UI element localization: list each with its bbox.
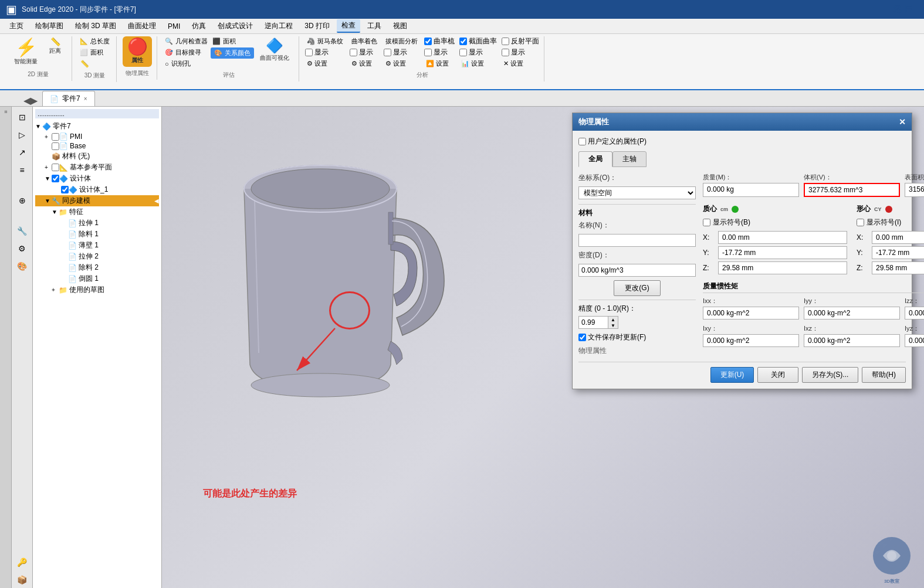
toolbar-btn-select[interactable]: ⊡: [14, 109, 31, 125]
ribbon-btn-zebra[interactable]: 🦓 斑马条纹: [305, 36, 345, 46]
user-def-checkbox[interactable]: [578, 138, 586, 145]
dialog-tab-axis[interactable]: 主轴: [612, 151, 647, 167]
da-show-checkbox[interactable]: [384, 49, 391, 56]
cr2-show-checkbox[interactable]: [424, 49, 432, 56]
menu-3d-sketch[interactable]: 绘制 3D 草图: [70, 20, 121, 32]
toolbar-btn-key[interactable]: 🔑: [14, 554, 31, 570]
spinner-down-btn[interactable]: ▼: [608, 322, 618, 328]
coord-system-select[interactable]: 模型空间: [578, 186, 696, 199]
cc-show-checkbox[interactable]: [350, 49, 357, 56]
close-btn[interactable]: 关闭: [757, 367, 798, 383]
toolbar-btn-palette[interactable]: 🎨: [14, 258, 31, 274]
help-btn[interactable]: 帮助(H): [862, 367, 906, 383]
menu-tools[interactable]: 工具: [363, 20, 386, 32]
ribbon-check-sc2-show[interactable]: 显示: [459, 47, 497, 57]
tree-ref-check[interactable]: [52, 164, 59, 171]
ribbon-btn-total-length[interactable]: 📐 总长度: [78, 36, 111, 46]
tab-part7[interactable]: 📄 零件7 ×: [42, 91, 95, 106]
ribbon-check-cr-show[interactable]: 曲率梳: [424, 36, 455, 46]
tree-item-cutout1[interactable]: 📄 除料 1: [35, 229, 159, 240]
sc2-show-checkbox[interactable]: [459, 49, 467, 56]
ribbon-check-da-show[interactable]: 显示: [384, 47, 419, 57]
tree-item-cutout2[interactable]: 📄 除料 2: [35, 262, 159, 273]
centroid-show-check[interactable]: [703, 219, 710, 226]
tree-item-extrude2[interactable]: 📄 拉伸 2: [35, 251, 159, 262]
tree-item-fillet[interactable]: 📄 倒圆 1: [35, 273, 159, 284]
ribbon-btn-area[interactable]: ⬜ 面积: [78, 47, 111, 57]
ribbon-check-zebra-show[interactable]: 显示: [305, 47, 345, 57]
dialog-close-icon[interactable]: ✕: [899, 117, 906, 127]
izz-input[interactable]: [905, 307, 924, 320]
iyz-input[interactable]: [905, 334, 924, 347]
ribbon-check-rp2-show[interactable]: 显示: [502, 47, 539, 57]
menu-generative[interactable]: 创成式设计: [213, 20, 258, 32]
physics-dialog[interactable]: 物理属性 ✕ 用户定义的属性(P) 全局 主轴: [572, 113, 912, 389]
menu-3dprint[interactable]: 3D 打印: [300, 20, 334, 32]
save-as-btn[interactable]: 另存为(S)...: [802, 367, 858, 383]
form-x-input[interactable]: [872, 231, 924, 244]
tree-item-features[interactable]: ▼ 📁 特征: [35, 206, 159, 217]
ribbon-btn-measure[interactable]: 📏: [78, 59, 111, 69]
ribbon-btn-cr-settings[interactable]: 🔼 设置: [424, 59, 455, 69]
form-show-check[interactable]: [857, 219, 864, 226]
side-tab-1[interactable]: ≡: [2, 109, 10, 114]
mat-density-input[interactable]: [578, 264, 696, 277]
ixy-input[interactable]: [703, 334, 799, 347]
toolbar-btn-menu[interactable]: ≡: [14, 162, 31, 178]
toolbar-btn-play[interactable]: ▷: [14, 127, 31, 143]
ribbon-btn-target-search[interactable]: 🎯 目标搜寻: [163, 47, 209, 57]
ribbon-btn-properties[interactable]: 🔴 属性: [123, 36, 152, 67]
ribbon-check-cc-show[interactable]: 显示: [350, 47, 379, 57]
tree-item-thinwall[interactable]: 📄 薄壁 1: [35, 240, 159, 251]
ribbon-btn-zebra-settings[interactable]: ⚙ 设置: [305, 59, 345, 69]
spinner-up-btn[interactable]: ▲: [608, 317, 618, 322]
toolbar-btn-gear[interactable]: ⚙: [14, 240, 31, 257]
rp-show-checkbox[interactable]: [502, 38, 509, 45]
ribbon-check-rp-show[interactable]: 反射平面: [502, 36, 539, 46]
tree-item-base[interactable]: 📄 Base: [35, 141, 159, 151]
form-show-row[interactable]: 显示符号(I): [857, 217, 924, 227]
menu-sketch[interactable]: 绘制草图: [31, 20, 68, 32]
tree-item-sync[interactable]: ▼ 🔧 同步建模 ◀: [35, 195, 159, 206]
tree-root[interactable]: ▼ 🔷 零件7: [35, 121, 159, 132]
ribbon-btn-surface-area[interactable]: ⬛ 面积: [211, 36, 254, 46]
ribbon-btn-smart-measure[interactable]: ⚡ 智能测量: [9, 36, 42, 68]
tree-db1-check[interactable]: [61, 186, 69, 193]
zebra-show-checkbox[interactable]: [305, 49, 313, 56]
modify-btn[interactable]: 更改(G): [614, 280, 661, 296]
viewport[interactable]: 可能是此处产生的差异 3D教室 物理属性 ✕ 用户定义的属性(P): [162, 107, 924, 588]
tree-item-design-body[interactable]: ▼ 🔷 设计体: [35, 173, 159, 184]
ribbon-btn-cc-settings[interactable]: ⚙ 设置: [350, 59, 379, 69]
tab-nav-right[interactable]: ▶: [31, 95, 38, 106]
toolbar-btn-wrench[interactable]: 🔧: [14, 223, 31, 239]
menu-pmi[interactable]: PMI: [163, 21, 185, 32]
centroid-y-input[interactable]: [718, 246, 847, 259]
file-save-checkbox[interactable]: [578, 334, 586, 341]
menu-simulation[interactable]: 仿真: [187, 20, 211, 32]
ixz-input[interactable]: [804, 334, 900, 347]
centroid-show-row[interactable]: 显示符号(B): [703, 217, 847, 227]
ribbon-btn-rp-settings[interactable]: ✕ 设置: [502, 59, 539, 69]
ribbon-check-sc-show[interactable]: 截面曲率: [459, 36, 497, 46]
tree-base-check[interactable]: [52, 142, 59, 150]
update-btn[interactable]: 更新(U): [710, 367, 754, 383]
ribbon-btn-draft-analysis[interactable]: 拔模面分析: [384, 36, 419, 46]
tree-item-ref-plane[interactable]: + 📐 基本参考平面: [35, 162, 159, 173]
ribbon-btn-identify-hole[interactable]: ○ 识别孔: [163, 59, 209, 69]
form-y-input[interactable]: [872, 246, 924, 259]
toolbar-btn-move[interactable]: ↗: [14, 144, 31, 161]
menu-view[interactable]: 视图: [388, 20, 412, 32]
mat-name-input[interactable]: [578, 234, 696, 247]
ribbon-btn-relation-color[interactable]: 🎨 关系颜色: [211, 47, 254, 59]
ribbon-btn-surface-visual[interactable]: 🔷 曲面可视化: [255, 36, 294, 69]
ribbon-btn-sc-settings[interactable]: 📊 设置: [459, 59, 497, 69]
toolbar-btn-box[interactable]: 📦: [14, 572, 31, 588]
ribbon-btn-curvature-color[interactable]: 曲率着色: [350, 36, 379, 46]
tree-item-material[interactable]: 📦 材料 (无): [35, 151, 159, 162]
precision-input[interactable]: [578, 316, 608, 329]
tab-nav-left[interactable]: ◀: [23, 95, 31, 106]
tree-item-pmi[interactable]: + 📄 PMI: [35, 132, 159, 141]
ribbon-check-cr2-show[interactable]: 显示: [424, 47, 455, 57]
iyy-input[interactable]: [804, 307, 900, 320]
ribbon-btn-da-settings[interactable]: ⚙ 设置: [384, 59, 419, 69]
